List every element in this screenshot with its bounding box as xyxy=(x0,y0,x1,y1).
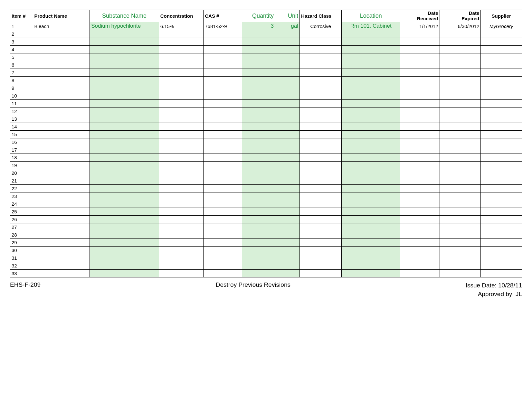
cell-location[interactable] xyxy=(342,200,400,208)
cell-date_received[interactable] xyxy=(400,262,440,270)
cell-product[interactable] xyxy=(33,77,90,84)
cell-product[interactable] xyxy=(33,115,90,123)
table-row[interactable]: 10 xyxy=(10,92,522,100)
cell-quantity[interactable] xyxy=(242,169,275,177)
cell-item[interactable]: 28 xyxy=(10,231,33,239)
table-row[interactable]: 22 xyxy=(10,185,522,192)
cell-product[interactable] xyxy=(33,92,90,100)
cell-cas[interactable] xyxy=(204,192,242,200)
cell-product[interactable] xyxy=(33,131,90,138)
cell-location[interactable] xyxy=(342,100,400,107)
cell-concentration[interactable] xyxy=(159,131,204,138)
cell-unit[interactable] xyxy=(275,77,299,84)
cell-unit[interactable] xyxy=(275,146,299,154)
cell-product[interactable] xyxy=(33,270,90,277)
cell-unit[interactable] xyxy=(275,231,299,239)
cell-cas[interactable] xyxy=(204,115,242,123)
cell-concentration[interactable] xyxy=(159,107,204,115)
cell-cas[interactable] xyxy=(204,231,242,239)
table-row[interactable]: 26 xyxy=(10,216,522,223)
cell-date_received[interactable] xyxy=(400,200,440,208)
cell-product[interactable] xyxy=(33,254,90,262)
cell-date_received[interactable] xyxy=(400,84,440,92)
cell-supplier[interactable] xyxy=(481,185,522,192)
cell-supplier[interactable] xyxy=(481,123,522,131)
table-row[interactable]: 11 xyxy=(10,100,522,107)
cell-hazard[interactable] xyxy=(300,123,342,131)
cell-date_received[interactable] xyxy=(400,216,440,223)
cell-hazard[interactable] xyxy=(300,107,342,115)
cell-date_expired[interactable] xyxy=(440,53,481,61)
cell-unit[interactable] xyxy=(275,208,299,216)
cell-unit[interactable] xyxy=(275,223,299,231)
cell-concentration[interactable] xyxy=(159,53,204,61)
cell-location[interactable] xyxy=(342,115,400,123)
cell-item[interactable]: 4 xyxy=(10,46,33,53)
cell-substance[interactable] xyxy=(90,192,159,200)
cell-concentration[interactable] xyxy=(159,38,204,46)
cell-item[interactable]: 24 xyxy=(10,200,33,208)
cell-unit[interactable] xyxy=(275,69,299,77)
cell-unit[interactable] xyxy=(275,169,299,177)
cell-date_received[interactable] xyxy=(400,100,440,107)
cell-concentration[interactable] xyxy=(159,30,204,38)
cell-location[interactable] xyxy=(342,192,400,200)
cell-location[interactable] xyxy=(342,61,400,69)
cell-date_expired[interactable] xyxy=(440,231,481,239)
cell-item[interactable]: 21 xyxy=(10,177,33,185)
cell-hazard[interactable] xyxy=(300,131,342,138)
cell-hazard[interactable] xyxy=(300,92,342,100)
cell-item[interactable]: 16 xyxy=(10,138,33,146)
cell-date_received[interactable] xyxy=(400,61,440,69)
cell-quantity[interactable] xyxy=(242,247,275,254)
cell-hazard[interactable] xyxy=(300,262,342,270)
cell-quantity[interactable] xyxy=(242,162,275,169)
cell-date_expired[interactable] xyxy=(440,200,481,208)
cell-hazard[interactable] xyxy=(300,247,342,254)
cell-supplier[interactable] xyxy=(481,92,522,100)
cell-supplier[interactable] xyxy=(481,254,522,262)
cell-item[interactable]: 13 xyxy=(10,115,33,123)
cell-unit[interactable] xyxy=(275,162,299,169)
cell-hazard[interactable] xyxy=(300,162,342,169)
cell-supplier[interactable] xyxy=(481,177,522,185)
cell-product[interactable] xyxy=(33,169,90,177)
cell-location[interactable] xyxy=(342,30,400,38)
cell-item[interactable]: 31 xyxy=(10,254,33,262)
cell-unit[interactable] xyxy=(275,131,299,138)
cell-location[interactable] xyxy=(342,185,400,192)
cell-hazard[interactable] xyxy=(300,169,342,177)
cell-substance[interactable] xyxy=(90,61,159,69)
cell-supplier[interactable] xyxy=(481,223,522,231)
cell-substance[interactable] xyxy=(90,115,159,123)
cell-date_expired[interactable] xyxy=(440,30,481,38)
cell-concentration[interactable] xyxy=(159,123,204,131)
cell-product[interactable] xyxy=(33,138,90,146)
cell-quantity[interactable] xyxy=(242,61,275,69)
cell-concentration[interactable] xyxy=(159,169,204,177)
cell-date_expired[interactable] xyxy=(440,254,481,262)
cell-supplier[interactable] xyxy=(481,270,522,277)
cell-quantity[interactable] xyxy=(242,69,275,77)
cell-product[interactable] xyxy=(33,38,90,46)
cell-date_expired[interactable] xyxy=(440,239,481,247)
cell-concentration[interactable] xyxy=(159,200,204,208)
cell-hazard[interactable] xyxy=(300,239,342,247)
cell-supplier[interactable] xyxy=(481,146,522,154)
table-row[interactable]: 20 xyxy=(10,169,522,177)
table-row[interactable]: 24 xyxy=(10,200,522,208)
cell-substance[interactable] xyxy=(90,185,159,192)
cell-cas[interactable] xyxy=(204,131,242,138)
cell-quantity[interactable] xyxy=(242,200,275,208)
cell-location[interactable] xyxy=(342,138,400,146)
cell-substance[interactable] xyxy=(90,30,159,38)
cell-concentration[interactable] xyxy=(159,270,204,277)
cell-concentration[interactable] xyxy=(159,92,204,100)
cell-date_received[interactable] xyxy=(400,177,440,185)
table-row[interactable]: 17 xyxy=(10,146,522,154)
cell-supplier[interactable] xyxy=(481,69,522,77)
cell-date_received[interactable] xyxy=(400,162,440,169)
cell-hazard[interactable] xyxy=(300,223,342,231)
cell-hazard[interactable] xyxy=(300,46,342,53)
cell-date_received[interactable] xyxy=(400,138,440,146)
